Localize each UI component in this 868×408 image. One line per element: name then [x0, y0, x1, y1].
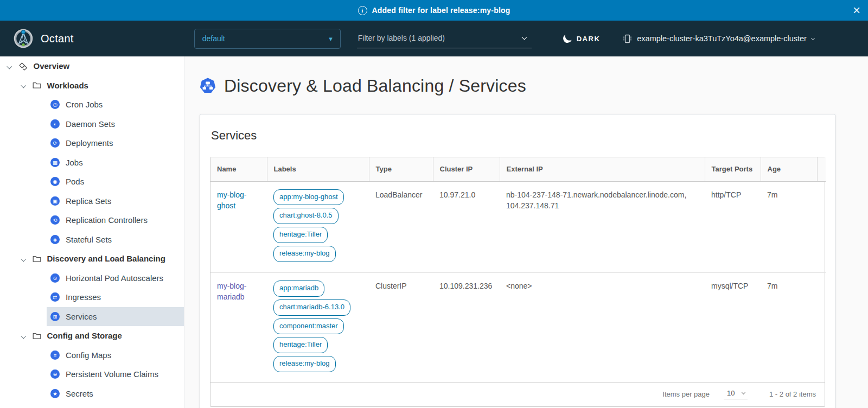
info-icon: i [358, 6, 367, 15]
chevron-down-icon[interactable] [21, 83, 26, 88]
sidebar-item-replica-sets[interactable]: ▣Replica Sets [47, 192, 184, 211]
column-header-age: Age [761, 157, 817, 181]
daemon-sets-icon: ◐ [50, 119, 60, 129]
page-title: Discovery & Load Balancing / Services [224, 76, 526, 96]
items-per-page-value: 10 [727, 389, 735, 397]
label-pill[interactable]: release:my-blog [273, 356, 336, 372]
service-name-link[interactable]: my-blog-mariadb [217, 282, 246, 301]
sidebar-item-jobs[interactable]: ▦Jobs [47, 153, 184, 173]
config-maps-icon: ≡ [50, 350, 60, 360]
label-filter-text: Filter by labels (1 applied) [358, 34, 445, 42]
label-pill-row: app:mariadb [273, 280, 362, 297]
horizontal-pod-autoscalers-icon: ⊙ [50, 273, 60, 283]
sidebar-item-stateful-sets[interactable]: ◈Stateful Sets [47, 230, 184, 250]
label-pill[interactable]: app:mariadb [273, 280, 324, 297]
folder-icon [33, 332, 41, 340]
namespace-value: default [202, 34, 225, 43]
chevron-down-icon[interactable] [7, 63, 12, 68]
sidebar-item-overview[interactable]: Overview [0, 56, 184, 76]
folder-icon [33, 255, 41, 263]
sidebar-item-horizontal-pod-autoscalers[interactable]: ⊙Horizontal Pod Autoscalers [47, 269, 184, 288]
label-pill[interactable]: release:my-blog [273, 246, 336, 262]
column-header-target-ports: Target Ports [705, 157, 761, 181]
sidebar-item-discovery-and-load-balancing[interactable]: Discovery and Load Balancing [0, 249, 184, 269]
applications-icon [18, 62, 28, 71]
service-name-link[interactable]: my-blog-ghost [217, 190, 246, 210]
main-content: Discovery & Load Balancing / Services Se… [184, 56, 868, 408]
chevron-down-icon[interactable] [21, 333, 26, 338]
cell-name: my-blog-mariadb [210, 272, 267, 382]
sidebar-item-deployments[interactable]: ⟳Deployments [47, 133, 184, 153]
sidebar-item-label: Stateful Sets [66, 235, 112, 244]
label-pill-row: release:my-blog [273, 246, 362, 262]
app-header: Octant default ▾ Filter by labels (1 app… [0, 21, 868, 56]
cell-labels: app:mariadbchart:mariadb-6.13.0component… [267, 272, 369, 382]
table-body: my-blog-ghostapp:my-blog-ghostchart:ghos… [210, 181, 826, 382]
namespace-dropdown[interactable]: default ▾ [194, 29, 341, 49]
chevron-down-icon[interactable] [21, 256, 26, 261]
label-pill[interactable]: component:master [273, 318, 344, 335]
sidebar-item-daemon-sets[interactable]: ◐Daemon Sets [47, 114, 184, 134]
sidebar-item-services[interactable]: ⊞Services [47, 307, 184, 327]
cell-external-ip: nb-104-237-148-71.newark.nodebalancer.li… [500, 181, 705, 272]
column-header-spacer [817, 157, 826, 181]
sidebar-item-label: Ingresses [66, 292, 101, 302]
sidebar-item-label: Config and Storage [47, 331, 122, 340]
sidebar-item-config-and-storage[interactable]: Config and Storage [0, 326, 184, 346]
alert-bar: i Added filter for label release:my-blog… [0, 0, 868, 21]
label-pill[interactable]: chart:ghost-8.0.5 [273, 208, 339, 224]
cron-jobs-icon: ◷ [50, 100, 60, 109]
sidebar-item-cron-jobs[interactable]: ◷Cron Jobs [47, 95, 184, 114]
sidebar-item-config-maps[interactable]: ≡Config Maps [47, 346, 184, 365]
column-header-labels: Labels [267, 157, 369, 181]
label-pill[interactable]: app:my-blog-ghost [273, 189, 344, 206]
cell-type: LoadBalancer [369, 181, 433, 272]
cell-spacer [817, 181, 826, 272]
pagination-range: 1 - 2 of 2 items [769, 390, 816, 398]
sidebar-item-label: Config Maps [66, 350, 111, 360]
table-row: my-blog-mariadbapp:mariadbchart:mariadb-… [210, 272, 826, 382]
services-icon: ⊞ [50, 312, 60, 321]
theme-toggle-label: DARK [577, 35, 601, 43]
sidebar-item-label: Cron Jobs [66, 100, 103, 109]
replication-controllers-icon: ⟲ [50, 215, 60, 225]
close-icon[interactable]: × [853, 4, 860, 17]
cluster-selector[interactable]: example-cluster-ka3TuTzYo4a@example-clus… [623, 34, 814, 43]
alert-text: Added filter for label release:my-blog [372, 6, 510, 15]
sidebar-item-label: Services [66, 312, 97, 321]
label-pill[interactable]: heritage:Tiller [273, 337, 328, 353]
label-pill-row: heritage:Tiller [273, 227, 362, 243]
sidebar-item-persistent-volume-claims[interactable]: ⊖Persistent Volume Claims [47, 365, 184, 384]
label-pill-row: component:master [273, 318, 362, 335]
app-title: Octant [41, 33, 74, 45]
items-per-page-label: Items per page [662, 390, 710, 398]
sidebar-item-pods[interactable]: ◉Pods [47, 172, 184, 192]
chevron-down-icon [742, 391, 745, 394]
sidebar-item-ingresses[interactable]: ⇄Ingresses [47, 288, 184, 307]
cell-target-ports: http/TCP [705, 181, 761, 272]
table-footer: Items per page 10 1 - 2 of 2 items [210, 382, 825, 406]
sidebar-item-label: Daemon Sets [66, 119, 115, 129]
sidebar-item-secrets[interactable]: ★Secrets [47, 384, 184, 404]
items-per-page-select[interactable]: 10 [724, 389, 748, 399]
ingresses-icon: ⇄ [50, 292, 60, 302]
deployments-icon: ⟳ [50, 138, 60, 148]
sidebar-item-replication-controllers[interactable]: ⟲Replication Controllers [47, 211, 184, 230]
cell-name: my-blog-ghost [210, 181, 267, 272]
cluster-icon [623, 34, 632, 43]
label-pill-row: chart:ghost-8.0.5 [273, 208, 362, 224]
chevron-down-icon [521, 34, 527, 40]
sidebar-item-label: Persistent Volume Claims [66, 369, 158, 379]
theme-toggle-button[interactable]: DARK [563, 34, 601, 43]
services-card: Services NameLabelsTypeCluster IPExterna… [200, 114, 835, 408]
label-pill-row: chart:mariadb-6.13.0 [273, 299, 362, 316]
secrets-icon: ★ [50, 389, 60, 398]
sidebar-item-label: Deployments [66, 138, 113, 148]
caret-down-icon: ▾ [329, 35, 333, 43]
label-filter-dropdown[interactable]: Filter by labels (1 applied) [357, 29, 532, 48]
cell-target-ports: mysql/TCP [705, 272, 761, 382]
sidebar-item-workloads[interactable]: Workloads [0, 76, 184, 95]
cell-age: 7m [761, 272, 817, 382]
label-pill[interactable]: heritage:Tiller [273, 227, 328, 243]
label-pill[interactable]: chart:mariadb-6.13.0 [273, 299, 350, 316]
